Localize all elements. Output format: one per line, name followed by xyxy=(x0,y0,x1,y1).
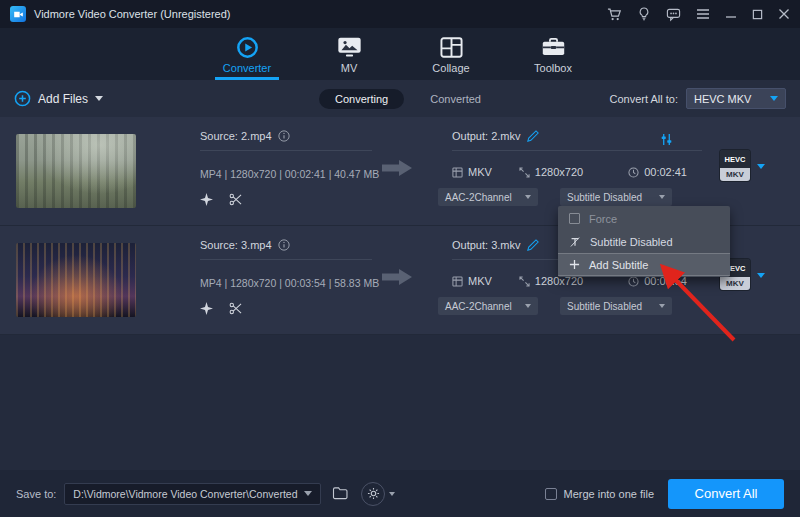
tab-converting-label: Converting xyxy=(335,93,388,105)
lightbulb-icon[interactable] xyxy=(637,7,651,21)
tab-toolbox[interactable]: Toolbox xyxy=(521,35,585,80)
source-meta: MP4 | 1280x720 | 00:02:41 | 40.47 MB xyxy=(200,168,379,180)
output-format-summary: MKV 1280x720 00:02:41 xyxy=(452,166,687,178)
tab-collage[interactable]: Collage xyxy=(419,35,483,80)
row-selects: AAC-2Channel Subtitle Disabled xyxy=(438,188,672,206)
tab-converted[interactable]: Converted xyxy=(430,93,481,105)
advanced-settings-icon[interactable] xyxy=(660,133,673,146)
badge-chevron-icon[interactable] xyxy=(757,164,765,169)
output-label: Output: 3.mkv xyxy=(452,239,520,251)
global-output-format-value: HEVC MKV xyxy=(694,93,751,105)
info-icon[interactable] xyxy=(278,130,290,142)
menu-item-subtitle-disabled[interactable]: Subtitle Disabled xyxy=(558,230,730,253)
menu-item-add-subtitle[interactable]: Add Subtitle xyxy=(558,253,730,276)
save-path-value: D:\Vidmore\Vidmore Video Converter\Conve… xyxy=(73,488,298,500)
merge-option: Merge into one file xyxy=(545,488,655,500)
video-thumbnail[interactable] xyxy=(16,243,136,317)
output-duration: 00:02:41 xyxy=(644,166,687,178)
convert-all-to-label: Convert All to: xyxy=(610,93,678,105)
chevron-down-icon xyxy=(659,195,665,199)
badge-container: MKV xyxy=(720,277,750,290)
subtitle-select-value: Subtitle Disabled xyxy=(567,301,642,312)
feedback-icon[interactable] xyxy=(666,7,681,22)
format-chip-icon xyxy=(452,167,463,178)
output-label: Output: 2.mkv xyxy=(452,130,520,142)
convert-all-button[interactable]: Convert All xyxy=(668,479,784,509)
close-icon[interactable] xyxy=(778,8,790,20)
tab-converter[interactable]: Converter xyxy=(215,35,279,80)
merge-checkbox[interactable] xyxy=(545,488,557,500)
maximize-icon[interactable] xyxy=(752,9,763,20)
subtitle-select[interactable]: Subtitle Disabled xyxy=(560,188,672,206)
edit-pencil-icon[interactable] xyxy=(527,239,539,251)
edit-pencil-icon[interactable] xyxy=(527,130,539,142)
clock-icon xyxy=(628,276,639,287)
toolbar: Add Files Converting Converted Convert A… xyxy=(0,80,800,117)
resolution-icon xyxy=(519,167,530,178)
menu-icon[interactable] xyxy=(696,8,710,20)
video-thumbnail[interactable] xyxy=(16,134,136,208)
chevron-down-icon xyxy=(525,195,531,199)
tab-label: Converter xyxy=(223,62,271,74)
effects-star-icon[interactable] xyxy=(200,193,213,206)
plus-icon xyxy=(569,259,580,270)
tab-label: Collage xyxy=(432,62,469,74)
menu-item-force[interactable]: Force xyxy=(558,207,730,230)
source-info: Source: 2.mp4 xyxy=(200,130,372,151)
open-folder-button[interactable] xyxy=(332,487,348,500)
settings-chevron-icon[interactable] xyxy=(389,492,395,496)
save-to-label: Save to: xyxy=(16,488,56,500)
row-tools xyxy=(200,302,242,315)
tab-converting[interactable]: Converting xyxy=(319,89,404,109)
titlebar: Vidmore Video Converter (Unregistered) xyxy=(0,0,800,28)
subtitle-select-value: Subtitle Disabled xyxy=(567,192,642,203)
cart-icon[interactable] xyxy=(607,7,622,22)
menu-item-label: Subtitle Disabled xyxy=(590,236,673,248)
source-info: Source: 3.mp4 xyxy=(200,239,372,260)
list-tabs: Converting Converted xyxy=(319,89,481,109)
app-logo-icon xyxy=(10,6,26,22)
output-container: MKV xyxy=(468,166,492,178)
arrow-right-icon xyxy=(382,159,412,177)
effects-star-icon[interactable] xyxy=(200,302,213,315)
badge-codec: HEVC xyxy=(720,150,750,168)
minimize-icon[interactable] xyxy=(725,8,737,20)
cut-scissors-icon[interactable] xyxy=(229,193,242,206)
add-files-label: Add Files xyxy=(38,92,88,106)
chevron-down-icon xyxy=(525,304,531,308)
global-output-format-select[interactable]: HEVC MKV xyxy=(686,88,786,109)
chevron-down-icon xyxy=(659,304,665,308)
collage-icon xyxy=(440,35,463,59)
audio-select-value: AAC-2Channel xyxy=(445,301,512,312)
tab-label: Toolbox xyxy=(534,62,572,74)
tab-mv[interactable]: MV xyxy=(317,35,381,80)
save-path-select[interactable]: D:\Vidmore\Vidmore Video Converter\Conve… xyxy=(64,483,321,505)
resolution-icon xyxy=(519,276,530,287)
convert-all-to: Convert All to: HEVC MKV xyxy=(610,88,786,109)
source-label: Source: 3.mp4 xyxy=(200,239,272,251)
audio-select[interactable]: AAC-2Channel xyxy=(438,188,538,206)
footer-bar: Save to: D:\Vidmore\Vidmore Video Conver… xyxy=(0,470,800,517)
add-files-button[interactable]: Add Files xyxy=(14,90,103,107)
info-icon[interactable] xyxy=(278,239,290,251)
output-resolution: 1280x720 xyxy=(535,166,583,178)
converter-icon xyxy=(235,35,260,59)
app-window: Vidmore Video Converter (Unregistered) xyxy=(0,0,800,517)
chevron-down-icon[interactable] xyxy=(95,96,103,101)
add-circle-icon xyxy=(14,90,31,107)
cut-scissors-icon[interactable] xyxy=(229,302,242,315)
tab-label: MV xyxy=(341,62,358,74)
chevron-down-icon xyxy=(304,491,312,496)
badge-chevron-icon[interactable] xyxy=(757,273,765,278)
row-selects: AAC-2Channel Subtitle Disabled xyxy=(438,297,672,315)
toolbox-icon xyxy=(541,35,566,59)
clock-icon xyxy=(628,167,639,178)
output-container: MKV xyxy=(468,275,492,287)
audio-select[interactable]: AAC-2Channel xyxy=(438,297,538,315)
subtitle-dropdown-menu: Force Subtitle Disabled Add Subtitle xyxy=(558,206,730,277)
row-tools xyxy=(200,193,242,206)
output-format-badge[interactable]: HEVC MKV xyxy=(720,150,750,181)
subtitle-disabled-icon xyxy=(569,236,581,248)
subtitle-select[interactable]: Subtitle Disabled xyxy=(560,297,672,315)
settings-button[interactable] xyxy=(361,482,385,506)
